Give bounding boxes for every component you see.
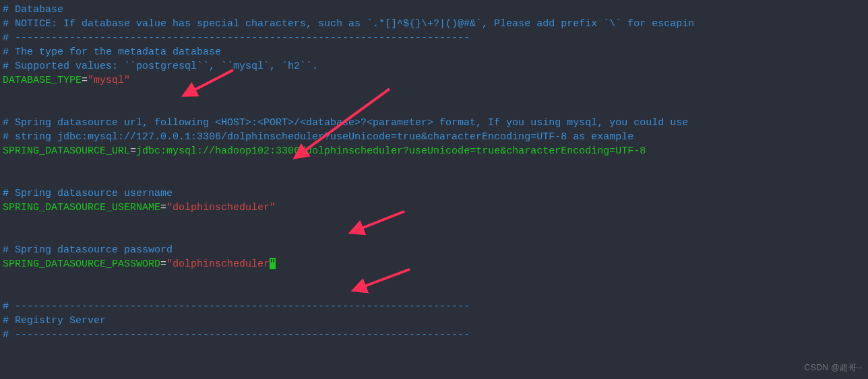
watermark: CSDN @超哥-- <box>804 361 863 375</box>
code-line: # NOTICE: If database value has special … <box>3 17 868 31</box>
code-line <box>3 102 868 116</box>
code-line: # Registry Server <box>3 314 868 328</box>
code-line: # Supported values: ``postgresql``, ``my… <box>3 59 868 73</box>
eq-text: = <box>130 145 136 157</box>
code-line: # Spring datasource password <box>3 243 868 257</box>
code-line <box>3 215 868 229</box>
comment-text: # <box>3 301 15 312</box>
comment-text: # <box>3 329 15 341</box>
comment-text: # Supported values: ``postgresql``, ``my… <box>3 61 318 72</box>
comment-dashes-text: ----------------------------------------… <box>15 329 470 341</box>
code-line: # The type for the metadata database <box>3 45 868 59</box>
code-line: # --------------------------------------… <box>3 300 868 314</box>
comment-text: # <box>3 32 15 44</box>
key-text: SPRING_DATASOURCE_PASSWORD <box>3 259 160 270</box>
comment-text: # Database <box>3 4 63 15</box>
comment-text: # Spring datasource url, following <HOST… <box>3 117 688 129</box>
eq-text: = <box>82 75 88 86</box>
code-line: DATABASE_TYPE="mysql" <box>3 73 868 88</box>
code-line: # --------------------------------------… <box>3 328 868 342</box>
comment-text: # The type for the metadata database <box>3 46 221 58</box>
comment-text: # Spring datasource username <box>3 188 173 199</box>
comment-dashes-text: ----------------------------------------… <box>15 32 470 44</box>
string-text: "dolphinscheduler <box>166 259 270 270</box>
key-text: SPRING_DATASOURCE_USERNAME <box>3 202 160 213</box>
eq-text: = <box>160 259 166 270</box>
comment-dashes-text: ----------------------------------------… <box>15 301 470 312</box>
code-line <box>3 88 868 102</box>
code-line <box>3 285 868 300</box>
eq-text: = <box>160 202 166 213</box>
code-line <box>3 271 868 285</box>
code-line <box>3 229 868 243</box>
code-line: # --------------------------------------… <box>3 31 868 45</box>
value-green-text: jdbc:mysql://hadoop102:3306/dolphinsched… <box>136 145 646 157</box>
code-line: SPRING_DATASOURCE_USERNAME="dolphinsched… <box>3 201 868 215</box>
code-line <box>3 172 868 186</box>
code-line: SPRING_DATASOURCE_URL=jdbc:mysql://hadoo… <box>3 144 868 158</box>
comment-text: # Registry Server <box>3 315 106 326</box>
code-line <box>3 158 868 172</box>
string-text: "mysql" <box>88 75 130 86</box>
string-text: "dolphinscheduler" <box>166 202 276 213</box>
code-line: # Spring datasource username <box>3 186 868 201</box>
code-line: # Spring datasource url, following <HOST… <box>3 116 868 130</box>
cursor-char-text: " <box>270 259 276 270</box>
key-text: SPRING_DATASOURCE_URL <box>3 145 130 157</box>
comment-text: # Spring datasource password <box>3 244 173 256</box>
code-line: SPRING_DATASOURCE_PASSWORD="dolphinsched… <box>3 257 868 271</box>
code-line: # string jdbc:mysql://127.0.0.1:3306/dol… <box>3 130 868 144</box>
key-text: DATABASE_TYPE <box>3 75 82 86</box>
comment-text: # NOTICE: If database value has special … <box>3 18 694 30</box>
code-editor[interactable]: # Database# NOTICE: If database value ha… <box>3 3 868 342</box>
code-line: # Database <box>3 3 868 17</box>
comment-text: # string jdbc:mysql://127.0.0.1:3306/dol… <box>3 131 633 143</box>
